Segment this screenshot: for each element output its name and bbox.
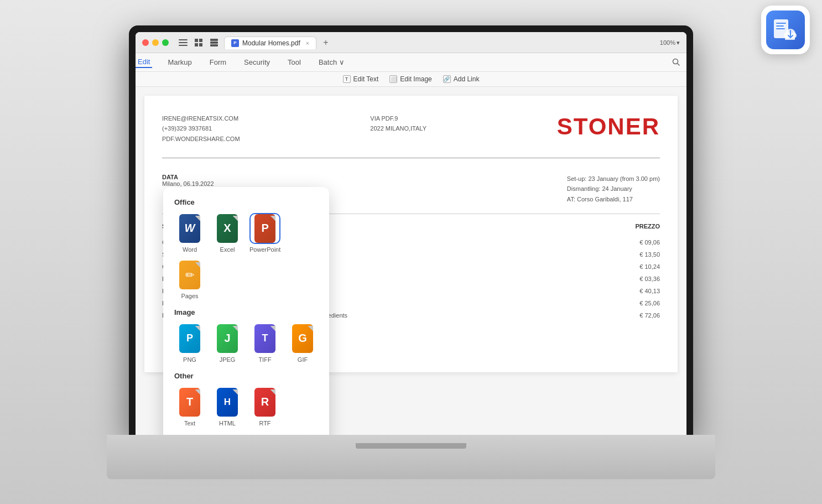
html-file-bg: H xyxy=(217,389,238,415)
other-icons-row: T Text H xyxy=(174,387,318,427)
rtf-export-item[interactable]: R RTF xyxy=(249,387,280,427)
jpeg-file-bg: J xyxy=(217,326,238,351)
word-icon-inner: W xyxy=(179,214,200,243)
edit-image-icon: ⬜ xyxy=(389,75,397,83)
tiff-export-item[interactable]: T TIFF xyxy=(249,323,280,363)
image-category: Image P PNG xyxy=(174,308,318,363)
menu-security[interactable]: Security xyxy=(242,57,272,67)
office-icons-row: W Word X xyxy=(174,213,318,299)
svg-rect-12 xyxy=(199,39,202,42)
png-file-bg: P xyxy=(179,326,200,351)
powerpoint-label: PowerPoint xyxy=(249,246,280,253)
menu-batch[interactable]: Batch ∨ xyxy=(316,57,347,67)
edit-toolbar: T Edit Text ⬜ Edit Image 🔗 Add Link xyxy=(136,72,686,87)
pages-icon-inner: ✏ xyxy=(179,261,200,289)
png-export-item[interactable]: P PNG xyxy=(174,323,205,363)
edit-image-label: Edit Image xyxy=(400,75,431,83)
ppt-icon-inner: P xyxy=(254,214,275,243)
service-price-5: € 25,06 xyxy=(639,300,660,306)
service-price-4: € 40,13 xyxy=(639,288,660,294)
text-file-bg: T xyxy=(179,389,200,415)
html-export-item[interactable]: H HTML xyxy=(212,387,243,427)
contact-info: IRENE@IRENEATSIX.COM (+39)329 3937681 PD… xyxy=(162,113,240,144)
other-category: Other T Text xyxy=(174,372,318,427)
add-link-icon: 🔗 xyxy=(443,75,451,83)
jpeg-icon-inner: J xyxy=(217,324,238,353)
pages-file-bg: ✏ xyxy=(179,262,200,288)
tab-close-button[interactable]: × xyxy=(306,40,309,46)
menu-tool[interactable]: Tool xyxy=(285,57,303,67)
rtf-file-bg: R xyxy=(254,389,275,415)
new-tab-button[interactable]: + xyxy=(321,38,330,48)
jpeg-export-item[interactable]: J JPEG xyxy=(212,323,243,363)
tiff-label: TIFF xyxy=(258,356,271,363)
svg-rect-1 xyxy=(776,23,786,24)
minimize-button[interactable] xyxy=(152,39,159,46)
traffic-lights xyxy=(142,39,169,46)
tab-bar: P Modular Homes.pdf × + 100% ▾ xyxy=(142,37,680,49)
edit-text-label: Edit Text xyxy=(353,75,379,83)
service-price-2: € 10,24 xyxy=(639,263,660,270)
event-details: Set-up: 23 January (from 3.00 pm) Disman… xyxy=(567,174,660,205)
edit-image-button[interactable]: ⬜ Edit Image xyxy=(389,75,431,83)
text-export-item[interactable]: T Text xyxy=(174,387,205,427)
active-tab[interactable]: P Modular Homes.pdf × xyxy=(224,37,316,49)
svg-rect-11 xyxy=(195,39,198,42)
word-label: Word xyxy=(183,246,197,253)
close-button[interactable] xyxy=(142,39,149,46)
word-export-item[interactable]: W Word xyxy=(174,213,205,253)
excel-export-item[interactable]: X Excel xyxy=(212,213,243,253)
sidebar-toggle-icon[interactable] xyxy=(178,38,189,47)
grid-view-icon[interactable] xyxy=(193,38,204,47)
search-icon[interactable] xyxy=(672,58,680,66)
tab-title: Modular Homes.pdf xyxy=(242,39,300,47)
powerpoint-export-item[interactable]: P PowerPoint xyxy=(249,213,280,253)
edit-text-icon: T xyxy=(343,75,351,83)
website: PDF.WONDERSHARE.COM xyxy=(162,134,240,144)
header-divider xyxy=(162,158,660,158)
setup-text: Set-up: 23 January (from 3.00 pm) xyxy=(567,174,660,184)
city: 2022 MILANO,ITALY xyxy=(370,123,426,134)
zoom-dropdown-icon[interactable]: ▾ xyxy=(677,39,680,46)
svg-rect-3 xyxy=(776,28,785,29)
pages-export-item[interactable]: ✏ Pages xyxy=(174,259,205,299)
menu-markup[interactable]: Markup xyxy=(165,57,194,67)
word-file-bg: W xyxy=(179,216,200,241)
email: IRENE@IRENEATSIX.COM xyxy=(162,113,240,124)
html-icon-inner: H xyxy=(217,388,238,417)
service-price-6: € 72,06 xyxy=(639,312,660,319)
pdf-header: IRENE@IRENEATSIX.COM (+39)329 3937681 PD… xyxy=(162,113,660,144)
app-icon xyxy=(761,6,810,54)
menu-bar: Edit Markup Form Security Tool Batch ∨ xyxy=(136,53,686,72)
add-link-button[interactable]: 🔗 Add Link xyxy=(443,75,480,83)
office-category-title: Office xyxy=(174,198,318,206)
data-date: Milano, 06.19.2022 xyxy=(162,180,214,187)
menu-edit[interactable]: Edit xyxy=(136,56,152,68)
tiff-file-bg: T xyxy=(254,326,275,351)
svg-rect-10 xyxy=(179,45,188,46)
excel-label: Excel xyxy=(220,246,235,253)
other-category-title: Other xyxy=(174,372,318,380)
service-price-3: € 03,36 xyxy=(639,276,660,282)
zoom-level: 100% xyxy=(660,39,675,46)
add-link-label: Add Link xyxy=(454,75,480,83)
gif-icon-inner: G xyxy=(292,324,313,353)
excel-icon-inner: X xyxy=(217,214,238,243)
screen-bezel: P Modular Homes.pdf × + 100% ▾ xyxy=(129,25,693,435)
image-icons-row: P PNG J J xyxy=(174,323,318,363)
page-view-icon[interactable] xyxy=(209,38,220,47)
pages-label: Pages xyxy=(181,293,198,299)
service-price-0: € 09,06 xyxy=(639,239,660,246)
edit-text-button[interactable]: T Edit Text xyxy=(343,75,379,83)
png-icon-inner: P xyxy=(179,324,200,353)
svg-rect-9 xyxy=(179,42,188,43)
maximize-button[interactable] xyxy=(162,39,169,46)
tab-favicon: P xyxy=(231,39,239,47)
gif-export-item[interactable]: G GIF xyxy=(287,323,318,363)
menu-form[interactable]: Form xyxy=(207,57,228,67)
data-label: DATA xyxy=(162,174,214,180)
svg-rect-15 xyxy=(210,39,218,41)
excel-file-bg: X xyxy=(217,216,238,241)
svg-rect-8 xyxy=(179,39,188,40)
zoom-control[interactable]: 100% ▾ xyxy=(660,39,680,46)
